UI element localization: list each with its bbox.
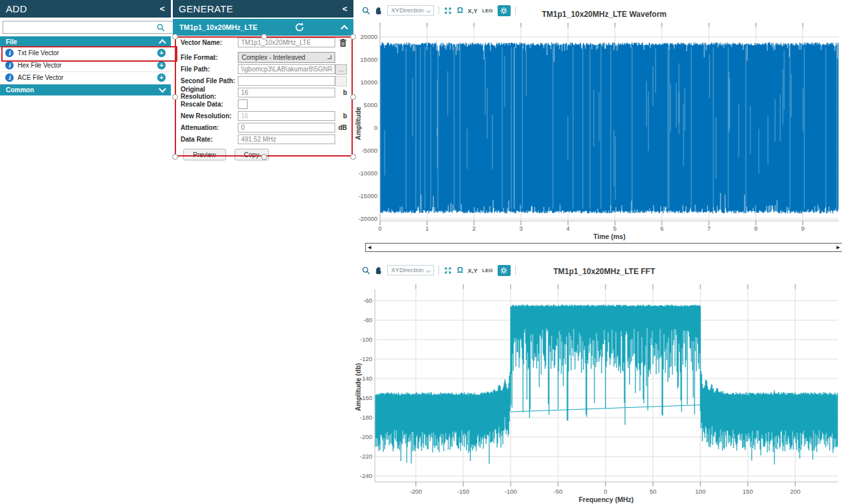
list-item-label: ACE File Vector [18,74,64,81]
scroll-right-arrow[interactable]: ▶ [837,245,840,250]
attenuation-label: Attenuation: [181,124,238,131]
original-resolution-label: Original Resolution: [181,86,238,100]
xy-direction-dropdown[interactable]: XYDirection [387,265,434,275]
svg-text:-200: -200 [409,488,422,495]
file-format-value: Complex - Interleaved [242,54,305,61]
chevron-down-icon [159,85,166,92]
fit-to-screen-icon[interactable] [444,266,452,275]
list-item-label: Hex File Vector [18,62,62,69]
second-file-path-input[interactable] [238,76,335,86]
svg-text:20000: 20000 [361,33,377,40]
vector-name-input[interactable] [238,38,335,47]
add-icon[interactable]: + [157,61,166,69]
legend-toggle[interactable]: LEG [482,8,492,14]
selection-handle[interactable] [261,34,267,40]
refresh-icon[interactable] [294,22,305,32]
waveform-toolbar: XYDirection Ω X,Y LEG [362,5,516,16]
chevron-down-icon [426,268,431,273]
svg-text:0: 0 [378,225,381,232]
fit-to-screen-icon[interactable] [444,6,452,15]
attenuation-input[interactable] [238,123,335,132]
svg-text:-50: -50 [554,488,563,495]
info-icon[interactable]: i [5,73,14,82]
legend-toggle[interactable]: LEG [482,268,492,273]
pan-hand-icon[interactable] [375,266,383,275]
chevron-up-icon [159,39,166,46]
waveform-scrollbar[interactable]: ◀ ▶ [365,243,842,252]
svg-text:3: 3 [519,225,522,232]
selection-handle[interactable] [350,94,356,100]
new-resolution-input[interactable] [238,111,335,121]
add-icon[interactable]: + [157,49,166,57]
file-format-select[interactable]: Complex - Interleaved [238,52,335,63]
delete-button[interactable] [335,38,347,47]
omega-icon[interactable]: Ω [457,6,463,14]
svg-text:8: 8 [754,225,758,232]
add-panel-header: ADD < [0,0,171,18]
svg-text:4: 4 [567,225,570,232]
selection-handle[interactable] [172,34,178,40]
xy-toggle[interactable]: X,Y [468,267,478,274]
svg-text:7: 7 [707,225,710,232]
scroll-left-arrow[interactable]: ◀ [368,245,371,250]
search-input[interactable] [3,21,176,34]
section-common[interactable]: Common [0,84,171,95]
svg-text:-200: -200 [360,433,372,440]
selection-handle[interactable] [350,34,356,40]
toolbar-divider [515,6,516,15]
unit-label: b [343,89,347,96]
list-item-label: Txt File Vector [18,49,59,57]
add-panel-title: ADD [6,3,27,14]
collapse-left-icon[interactable]: < [160,4,165,14]
selection-handle[interactable] [172,94,178,100]
svg-text:-5000: -5000 [362,147,377,154]
browse-button[interactable]: ... [335,64,347,75]
app-window: ADD < File i Txt File Vector + i Hex Fil… [0,0,842,504]
zoom-icon[interactable] [362,266,370,275]
selection-handle[interactable] [350,154,356,160]
svg-text:1: 1 [426,225,429,232]
svg-text:TM1p1_10x20MHz_LTE FFT: TM1p1_10x20MHz_LTE FFT [554,267,656,276]
chart-settings-button[interactable] [498,265,511,276]
collapse-right-icon[interactable]: < [342,4,348,14]
preview-button[interactable]: Preview [183,149,226,160]
pan-hand-icon[interactable] [375,6,383,15]
selection-handle[interactable] [172,154,178,160]
search-icon[interactable] [157,23,165,34]
file-path-input[interactable] [238,64,335,74]
svg-text:50: 50 [650,488,657,495]
svg-text:-220: -220 [360,453,372,460]
generate-panel-title: GENERATE [179,3,233,14]
file-format-row: File Format: Complex - Interleaved [181,53,347,62]
zoom-icon[interactable] [362,6,370,15]
svg-text:-150: -150 [457,488,469,495]
svg-text:Amplitude: Amplitude [354,107,362,140]
selection-handle[interactable] [261,154,267,160]
rescale-data-checkbox[interactable] [238,99,248,109]
second-file-path-row: Second File Path: ... [181,76,347,86]
info-icon[interactable]: i [5,61,14,69]
xy-toggle[interactable]: X,Y [468,7,478,14]
vector-title: TM1p1_10x20MHz_LTE [179,23,257,31]
chart-settings-button[interactable] [498,5,511,16]
browse-button-disabled[interactable]: ... [335,76,347,86]
section-file[interactable]: File [0,36,171,47]
svg-text:-20000: -20000 [358,215,377,222]
add-icon[interactable]: + [157,73,166,82]
original-resolution-input[interactable] [238,88,335,97]
original-resolution-row: Original Resolution: b [181,88,347,97]
chevron-up-icon[interactable] [340,25,348,32]
svg-text:-100: -100 [504,488,517,495]
unit-label: dB [338,124,347,131]
svg-text:-100: -100 [360,336,372,343]
svg-text:200: 200 [790,488,800,495]
info-icon[interactable]: i [5,49,14,57]
toolbar-divider [515,266,516,275]
list-item-txt-file-vector[interactable]: i Txt File Vector + [0,47,171,60]
svg-text:-10000: -10000 [358,170,377,177]
list-item-hex-file-vector[interactable]: i Hex File Vector + [0,60,171,72]
xy-direction-dropdown[interactable]: XYDirection [387,5,434,16]
data-rate-input[interactable] [238,134,335,144]
omega-icon[interactable]: Ω [457,266,463,274]
list-item-ace-file-vector[interactable]: i ACE File Vector + [0,72,171,84]
